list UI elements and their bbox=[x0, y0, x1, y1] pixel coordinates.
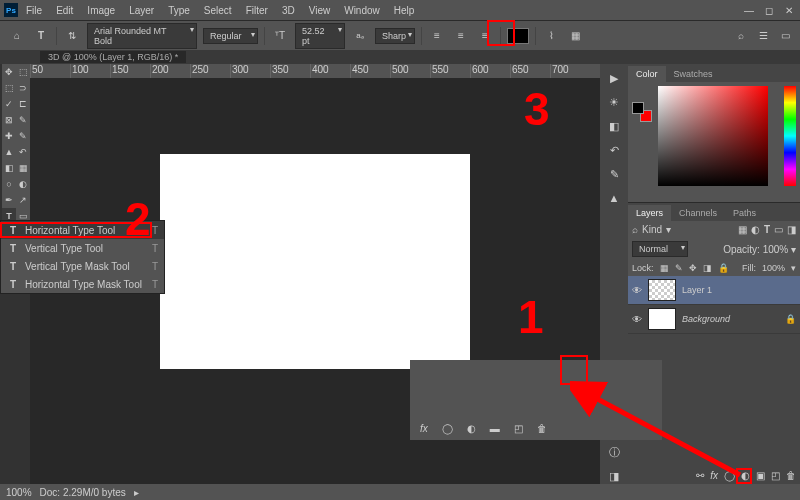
menu-select[interactable]: Select bbox=[198, 2, 238, 19]
brushes-icon[interactable]: ✎ bbox=[606, 166, 622, 182]
delete-layer-icon-large[interactable]: 🗑 bbox=[537, 423, 547, 434]
fx-icon[interactable]: fx bbox=[710, 470, 718, 481]
options-bar: ⌂ T ⇅ Arial Rounded MT Bold Regular ᵀT 5… bbox=[0, 20, 800, 50]
menu-bar: Ps File Edit Image Layer Type Select Fil… bbox=[0, 0, 800, 20]
horizontal-type-mask-tool-item[interactable]: THorizontal Type Mask ToolT bbox=[1, 275, 164, 293]
color-field[interactable] bbox=[658, 86, 768, 186]
swatches-tab[interactable]: Swatches bbox=[666, 66, 721, 82]
share-icon[interactable]: ☰ bbox=[756, 30, 770, 41]
menu-view[interactable]: View bbox=[303, 2, 337, 19]
adjustment-icon-large[interactable]: ◐ bbox=[467, 423, 476, 434]
path-tool[interactable]: ↗ bbox=[16, 192, 30, 208]
group-icon[interactable]: ▣ bbox=[756, 470, 765, 481]
color-panel-tabs: Color Swatches bbox=[628, 64, 800, 82]
new-layer-icon[interactable]: ◰ bbox=[771, 470, 780, 481]
canvas[interactable] bbox=[160, 154, 470, 369]
layer-item[interactable]: 👁 Layer 1 bbox=[628, 276, 800, 305]
quick-select-tool[interactable]: ✓ bbox=[2, 96, 16, 112]
stamp-tool[interactable]: ▲ bbox=[2, 144, 16, 160]
brush-tool[interactable]: ✎ bbox=[16, 128, 30, 144]
artboard-tool[interactable]: ⬚ bbox=[16, 64, 30, 80]
color-tab[interactable]: Color bbox=[628, 66, 666, 82]
align-center-icon[interactable]: ≡ bbox=[452, 27, 470, 45]
layers-footer: ⚯ fx ◯ ◐ ▣ ◰ 🗑 bbox=[628, 467, 800, 484]
crop-tool[interactable]: ⊏ bbox=[16, 96, 30, 112]
gradient-tool[interactable]: ▦ bbox=[16, 160, 30, 176]
type-tool-flyout: THorizontal Type ToolT TVertical Type To… bbox=[0, 220, 165, 294]
3d-panel-icon[interactable]: ◨ bbox=[606, 468, 622, 484]
status-bar: 100% Doc: 2.29M/0 bytes ▸ bbox=[0, 484, 800, 500]
doc-size: Doc: 2.29M/0 bytes bbox=[40, 487, 126, 498]
new-layer-icon-large[interactable]: ◰ bbox=[514, 423, 523, 434]
visibility-icon[interactable]: 👁 bbox=[632, 285, 642, 296]
orientation-icon[interactable]: ⇅ bbox=[63, 27, 81, 45]
menu-help[interactable]: Help bbox=[388, 2, 421, 19]
info-icon[interactable]: ⓘ bbox=[606, 444, 622, 460]
color-swatch-pair[interactable] bbox=[632, 102, 652, 122]
vertical-type-tool-item[interactable]: TVertical Type ToolT bbox=[1, 239, 164, 257]
fx-icon-large[interactable]: fx bbox=[420, 423, 428, 434]
play-icon[interactable]: ▶ bbox=[606, 70, 622, 86]
layer-thumbnail[interactable] bbox=[648, 279, 676, 301]
menu-window[interactable]: Window bbox=[338, 2, 386, 19]
close-icon[interactable]: ✕ bbox=[782, 5, 796, 16]
menu-layer[interactable]: Layer bbox=[123, 2, 160, 19]
visibility-icon[interactable]: 👁 bbox=[632, 314, 642, 325]
group-icon-large[interactable]: ▬ bbox=[490, 423, 500, 434]
adjustment-icon[interactable]: ◐ bbox=[741, 470, 750, 481]
workspace-icon[interactable]: ▭ bbox=[778, 30, 792, 41]
fill-value[interactable]: 100% bbox=[762, 263, 785, 273]
clone-icon[interactable]: ▲ bbox=[606, 190, 622, 206]
warp-text-icon[interactable]: ⌇ bbox=[542, 27, 560, 45]
marquee-tool[interactable]: ⬚ bbox=[2, 80, 16, 96]
dodge-tool[interactable]: ◐ bbox=[16, 176, 30, 192]
minimize-icon[interactable]: — bbox=[742, 5, 756, 16]
layer-thumbnail[interactable] bbox=[648, 308, 676, 330]
menu-type[interactable]: Type bbox=[162, 2, 196, 19]
link-layers-icon[interactable]: ⚯ bbox=[696, 470, 704, 481]
text-color-swatch[interactable] bbox=[507, 28, 529, 44]
menu-edit[interactable]: Edit bbox=[50, 2, 79, 19]
font-weight-dropdown[interactable]: Regular bbox=[203, 28, 258, 44]
history-brush-tool[interactable]: ↶ bbox=[16, 144, 30, 160]
opacity-value[interactable]: 100% bbox=[763, 244, 789, 255]
blend-mode-dropdown[interactable]: Normal bbox=[632, 241, 688, 257]
menu-3d[interactable]: 3D bbox=[276, 2, 301, 19]
document-tab[interactable]: 3D @ 100% (Layer 1, RGB/16) * bbox=[40, 51, 186, 63]
home-icon[interactable]: ⌂ bbox=[8, 27, 26, 45]
hue-slider[interactable] bbox=[784, 86, 796, 186]
delete-layer-icon[interactable]: 🗑 bbox=[786, 470, 796, 481]
horizontal-type-tool-item[interactable]: THorizontal Type ToolT bbox=[1, 221, 164, 239]
history-icon[interactable]: ↶ bbox=[606, 142, 622, 158]
mask-icon-large[interactable]: ◯ bbox=[442, 423, 453, 434]
healing-tool[interactable]: ✚ bbox=[2, 128, 16, 144]
channels-tab[interactable]: Channels bbox=[671, 205, 725, 221]
menu-filter[interactable]: Filter bbox=[240, 2, 274, 19]
eraser-tool[interactable]: ◧ bbox=[2, 160, 16, 176]
move-tool[interactable]: ✥ bbox=[2, 64, 16, 80]
zoom-level[interactable]: 100% bbox=[6, 487, 32, 498]
align-left-icon[interactable]: ≡ bbox=[428, 27, 446, 45]
font-family-dropdown[interactable]: Arial Rounded MT Bold bbox=[87, 23, 197, 49]
blur-tool[interactable]: ○ bbox=[2, 176, 16, 192]
paths-tab[interactable]: Paths bbox=[725, 205, 764, 221]
adjustments-icon[interactable]: ☀ bbox=[606, 94, 622, 110]
maximize-icon[interactable]: ◻ bbox=[762, 5, 776, 16]
antialiasing-dropdown[interactable]: Sharp bbox=[375, 28, 415, 44]
layers-tab[interactable]: Layers bbox=[628, 205, 671, 221]
font-size-dropdown[interactable]: 52.52 pt bbox=[295, 23, 345, 49]
pen-tool[interactable]: ✒ bbox=[2, 192, 16, 208]
align-right-icon[interactable]: ≡ bbox=[476, 27, 494, 45]
vertical-type-mask-tool-item[interactable]: TVertical Type Mask ToolT bbox=[1, 257, 164, 275]
lock-icon[interactable]: 🔒 bbox=[785, 314, 796, 324]
frame-tool[interactable]: ⊠ bbox=[2, 112, 16, 128]
mask-icon[interactable]: ◯ bbox=[724, 470, 735, 481]
styles-icon[interactable]: ◧ bbox=[606, 118, 622, 134]
3d-icon[interactable]: ▦ bbox=[566, 27, 584, 45]
menu-image[interactable]: Image bbox=[81, 2, 121, 19]
layer-item[interactable]: 👁 Background 🔒 bbox=[628, 305, 800, 334]
eyedropper-tool[interactable]: ✎ bbox=[16, 112, 30, 128]
menu-file[interactable]: File bbox=[20, 2, 48, 19]
lasso-tool[interactable]: ⊃ bbox=[16, 80, 30, 96]
search-icon[interactable]: ⌕ bbox=[734, 30, 748, 41]
